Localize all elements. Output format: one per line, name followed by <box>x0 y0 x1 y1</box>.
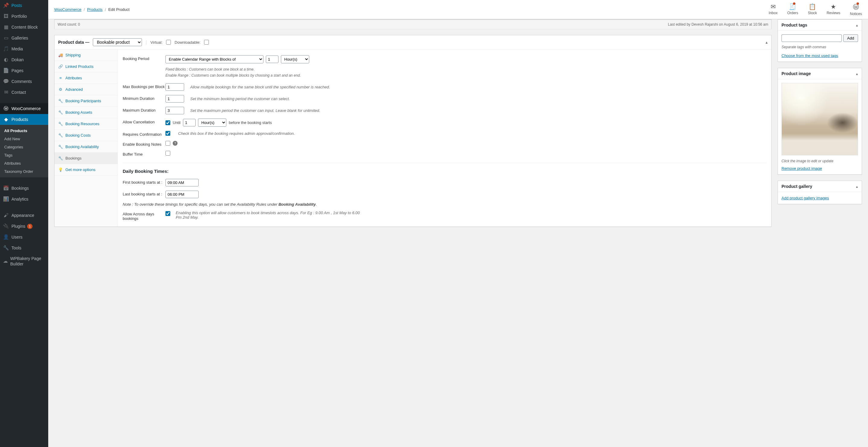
last-booking-input[interactable] <box>165 190 198 198</box>
product-tags-title: Product tags <box>781 23 807 27</box>
tab-bookings[interactable]: 🔧Bookings <box>55 153 118 164</box>
max-duration-input[interactable] <box>165 107 184 114</box>
allow-cancel-unit-select[interactable]: Hour(s) <box>198 119 226 127</box>
sidebar-item-galleries[interactable]: ▭Galleries <box>0 33 48 43</box>
header-icon-label: Inbox <box>769 11 778 15</box>
choose-tags-link[interactable]: Choose from the most used tags <box>781 53 838 58</box>
across-days-checkbox[interactable] <box>165 211 170 216</box>
product-tags-metabox: Product tags ▴ Add Separate tags with co… <box>778 19 862 62</box>
sidebar-item-portfolio[interactable]: 🖼Portfolio <box>0 11 48 22</box>
first-booking-input[interactable] <box>165 179 198 186</box>
tab-icon: ≡ <box>58 76 63 80</box>
tab-advanced[interactable]: ⚙Advanced <box>55 84 118 95</box>
submenu-item-taxonomy-order[interactable]: Taxonomy Order <box>0 168 48 176</box>
sidebar-item-pages[interactable]: 📄Pages <box>0 65 48 76</box>
last-edited: Last edited by Devesh Rajarshi on August… <box>668 22 768 27</box>
max-bookings-label: Max Bookings per Block <box>123 83 165 89</box>
tab-booking-availability[interactable]: 🔧Booking Availability <box>55 141 118 153</box>
editor-panel: Word count: 0 Last edited by Devesh Raja… <box>54 19 772 29</box>
breadcrumb-current: Edit Product <box>108 7 130 12</box>
booking-period-unit-select[interactable]: Hour(s) <box>281 55 309 63</box>
virtual-checkbox[interactable] <box>166 40 171 44</box>
add-tag-button[interactable]: Add <box>843 34 858 42</box>
breadcrumb-root[interactable]: WooCommerce <box>54 7 82 12</box>
allow-cancel-checkbox[interactable] <box>165 120 170 125</box>
plugins-icon: 🔌 <box>3 223 9 229</box>
galleries-icon: ▭ <box>3 35 9 41</box>
tab-shipping[interactable]: 🚚Shipping <box>55 50 118 61</box>
submenu-item-attributes[interactable]: Attributes <box>0 159 48 168</box>
header-icon-label: Reviews <box>827 11 840 15</box>
tab-get-more-options[interactable]: 💡Get more options <box>55 164 118 176</box>
sidebar-item-users[interactable]: 👤Users <box>0 232 48 242</box>
submenu-item-categories[interactable]: Categories <box>0 143 48 151</box>
metabox-toggle-icon[interactable]: ▴ <box>856 184 858 189</box>
submenu-item-add-new[interactable]: Add New <box>0 135 48 143</box>
metabox-toggle-icon[interactable]: ▴ <box>856 23 858 27</box>
booking-period-blocks-input[interactable] <box>266 56 278 63</box>
min-duration-input[interactable] <box>165 95 184 102</box>
tab-booking-participants[interactable]: 🔧Booking Participants <box>55 95 118 107</box>
sidebar-item-woocommerce[interactable]: ⓦWooCommerce <box>0 103 48 114</box>
across-days-label: Allow Across days bookings <box>123 211 165 221</box>
sidebar-item-contact[interactable]: ✉Contact <box>0 87 48 98</box>
sidebar-item-bookings[interactable]: 📅Bookings <box>0 183 48 193</box>
word-count: Word count: 0 <box>58 22 80 27</box>
sidebar-item-label: Portfolio <box>11 13 27 19</box>
tab-icon: 🔧 <box>58 110 63 115</box>
product-type-select[interactable]: Bookable product <box>93 38 142 46</box>
first-booking-label: First booking starts at : <box>123 179 165 185</box>
sidebar-item-label: Pages <box>11 68 24 73</box>
tab-booking-costs[interactable]: 🔧Booking Costs <box>55 130 118 141</box>
submenu-item-all-products[interactable]: All Products <box>0 127 48 135</box>
header-icon-orders[interactable]: 🧾Orders <box>787 3 798 16</box>
allow-cancel-value-input[interactable] <box>183 119 195 126</box>
help-icon[interactable]: ? <box>173 141 178 146</box>
breadcrumb-mid[interactable]: Products <box>87 7 102 12</box>
tab-attributes[interactable]: ≡Attributes <box>55 72 118 84</box>
requires-confirm-hint: Check this box if the booking requires a… <box>178 131 295 136</box>
sidebar-item-appearance[interactable]: 🖌Appearance <box>0 210 48 221</box>
remove-image-link[interactable]: Remove product image <box>781 166 822 171</box>
sidebar-item-media[interactable]: 🎵Media <box>0 43 48 54</box>
dokan-icon: ◐ <box>3 57 9 63</box>
sidebar-item-plugins[interactable]: 🔌Plugins1 <box>0 221 48 232</box>
product-image-thumbnail[interactable] <box>781 83 858 155</box>
tab-label: Booking Availability <box>65 145 99 149</box>
buffer-time-checkbox[interactable] <box>165 151 170 156</box>
update-badge: 1 <box>27 224 33 229</box>
product-gallery-title: Product gallery <box>781 184 812 189</box>
add-gallery-images-link[interactable]: Add product gallery images <box>781 196 829 200</box>
submenu-item-tags[interactable]: Tags <box>0 151 48 159</box>
sidebar-item-comments[interactable]: 💬Comments <box>0 76 48 87</box>
tab-linked-products[interactable]: 🔗Linked Products <box>55 61 118 72</box>
sidebar-item-products[interactable]: ◆Products <box>0 114 48 125</box>
header-icon-stock[interactable]: 📋Stock <box>808 3 817 16</box>
tag-input[interactable] <box>781 34 842 42</box>
sidebar-item-content-block[interactable]: ▦Content Block <box>0 22 48 33</box>
tab-icon: 🔧 <box>58 99 63 103</box>
max-duration-hint: Set the maximum period the customer can … <box>190 108 320 113</box>
downloadable-checkbox[interactable] <box>204 40 209 44</box>
header-icon-notices[interactable]: ⓌNotices <box>850 3 862 16</box>
requires-confirm-checkbox[interactable] <box>165 131 170 136</box>
tab-booking-resources[interactable]: 🔧Booking Resources <box>55 118 118 130</box>
sidebar-item-posts[interactable]: 📌Posts <box>0 0 48 11</box>
metabox-toggle-icon[interactable]: ▴ <box>856 71 858 76</box>
product-data-title: Product data — <box>58 40 89 44</box>
booking-period-select[interactable]: Enable Calendar Range with Blocks of <box>165 55 264 63</box>
booking-notes-checkbox[interactable] <box>165 141 170 146</box>
tab-label: Booking Resources <box>65 122 99 126</box>
last-booking-label: Last booking starts at : <box>123 190 165 196</box>
daily-booking-times-title: Daily Booking Times: <box>123 169 767 174</box>
header-icon-reviews[interactable]: ★Reviews <box>827 3 840 16</box>
panel-toggle-icon[interactable]: ▴ <box>766 40 768 44</box>
tab-booking-assets[interactable]: 🔧Booking Assets <box>55 107 118 118</box>
analytics-icon: 📊 <box>3 196 9 202</box>
products-icon: ◆ <box>3 116 9 122</box>
header-icon-inbox[interactable]: ✉Inbox <box>769 3 778 16</box>
max-bookings-input[interactable] <box>165 83 184 91</box>
sidebar-item-dokan[interactable]: ◐Dokan <box>0 54 48 65</box>
availability-note: Note : To override these timings for spe… <box>123 200 767 208</box>
sidebar-item-analytics[interactable]: 📊Analytics <box>0 193 48 205</box>
